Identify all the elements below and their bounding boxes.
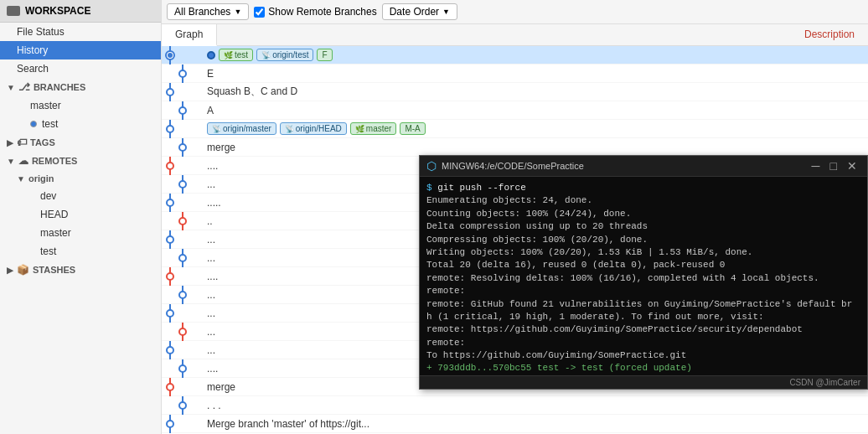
svg-point-4 <box>179 70 186 77</box>
svg-point-2 <box>168 53 173 58</box>
graph-svg <box>162 304 204 323</box>
terminal-line: Enumerating objects: 24, done. <box>426 194 860 207</box>
sidebar: WORKSPACE File Status History Search ▼ ⎇… <box>0 0 162 434</box>
sidebar-item-file-status[interactable]: File Status <box>0 23 161 41</box>
commit-message: .... <box>207 160 218 172</box>
commit-message: ..... <box>207 197 221 209</box>
svg-point-40 <box>179 402 186 409</box>
branch-tag: M-A <box>400 122 425 135</box>
commit-message: E <box>207 68 214 80</box>
graph-svg <box>162 230 204 249</box>
commit-info: E <box>204 68 868 80</box>
stashes-section[interactable]: ▶ 📦 STASHES <box>0 261 161 279</box>
sidebar-item-test[interactable]: test <box>0 115 161 133</box>
branches-arrow: ▼ <box>7 83 15 92</box>
tags-icon: 🏷 <box>17 137 27 148</box>
terminal-highlight: + 793dddb...570bc55 test -> test (forced… <box>426 363 692 373</box>
graph-svg <box>162 378 204 396</box>
sidebar-item-search[interactable]: Search <box>0 59 161 78</box>
graph-svg <box>162 267 204 286</box>
table-row[interactable]: Merge branch 'master' of https://git... <box>162 415 868 433</box>
terminal-maximize-button[interactable]: □ <box>827 159 840 173</box>
origin-section[interactable]: ▼ origin <box>0 170 161 187</box>
svg-point-20 <box>179 218 186 225</box>
table-row[interactable]: E <box>162 65 868 83</box>
terminal-line: remote: <box>426 285 860 297</box>
graph-svg <box>162 341 204 359</box>
sidebar-item-origin-dev[interactable]: dev <box>0 187 161 205</box>
commit-message: ... <box>207 289 215 301</box>
terminal-minimize-button[interactable]: ─ <box>809 159 824 173</box>
graph-svg <box>162 249 204 267</box>
show-remote-branches-checkbox[interactable] <box>254 7 265 18</box>
terminal-line: Compressing objects: 100% (20/20), done. <box>426 234 860 246</box>
commit-message: Squash B、C and D <box>207 85 297 99</box>
all-branches-arrow: ▼ <box>234 8 241 16</box>
graph-svg <box>162 157 204 175</box>
date-order-label: Date Order <box>390 6 439 18</box>
tab-bar: Graph Description <box>162 24 868 46</box>
svg-point-32 <box>179 328 186 335</box>
tab-graph[interactable]: Graph <box>162 24 217 46</box>
terminal-line: + 793dddb...570bc55 test -> test (forced… <box>426 362 860 375</box>
graph-area[interactable]: 🌿test📡origin/testF E Squash B、C and D A … <box>162 46 868 434</box>
svg-point-26 <box>167 273 173 280</box>
svg-point-14 <box>167 163 173 169</box>
stashes-icon: 📦 <box>17 264 29 276</box>
branch-tag: 🌿test <box>219 49 253 61</box>
table-row[interactable]: 🌿test📡origin/testF <box>162 46 868 65</box>
terminal-line: h (1 critical, 19 high, 1 moderate). To … <box>426 311 860 323</box>
graph-svg <box>162 396 204 415</box>
commit-message: .... <box>207 363 218 375</box>
sidebar-item-history[interactable]: History <box>0 41 161 59</box>
svg-point-24 <box>179 255 186 261</box>
svg-point-12 <box>179 144 186 151</box>
date-order-arrow: ▼ <box>442 8 450 16</box>
graph-svg <box>162 323 204 341</box>
svg-point-10 <box>167 126 173 132</box>
svg-point-28 <box>179 292 186 298</box>
show-remote-branches-label[interactable]: Show Remote Branches <box>254 6 376 18</box>
terminal-line: Counting objects: 100% (24/24), done. <box>426 208 860 220</box>
terminal-close-button[interactable]: ✕ <box>844 159 860 173</box>
terminal-command: git push --force <box>437 183 526 193</box>
terminal-line: To https://github.com/Guyiming/SomePract… <box>426 349 860 362</box>
terminal-git-icon: ⬡ <box>426 159 437 173</box>
terminal-line: Total 20 (delta 16), reused 0 (delta 0),… <box>426 259 860 271</box>
table-row[interactable]: merge <box>162 138 868 157</box>
terminal-title: ⬡ MINGW64:/e/CODE/SomePractice <box>426 159 802 173</box>
sidebar-item-origin-head[interactable]: HEAD <box>0 205 161 224</box>
date-order-button[interactable]: Date Order ▼ <box>382 3 457 20</box>
graph-svg <box>162 83 204 101</box>
commit-message: ... <box>207 178 215 190</box>
commit-message: merge <box>207 381 235 393</box>
tags-arrow: ▶ <box>7 138 13 147</box>
table-row[interactable]: Squash B、C and D <box>162 83 868 101</box>
terminal-footer: CSDN @JimCarter <box>420 375 867 389</box>
graph-svg <box>162 194 204 212</box>
svg-point-36 <box>179 365 186 372</box>
sidebar-item-master[interactable]: master <box>0 96 161 115</box>
table-row[interactable]: 📡origin/master📡origin/HEAD🌿masterM-A <box>162 120 868 138</box>
branches-section[interactable]: ▼ ⎇ BRANCHES <box>0 78 161 96</box>
commit-info: 📡origin/master📡origin/HEAD🌿masterM-A <box>204 122 868 135</box>
terminal-line: remote: <box>426 337 860 349</box>
terminal-line: remote: Resolving deltas: 100% (16/16), … <box>426 272 860 285</box>
table-row[interactable]: . . . <box>162 396 868 415</box>
tab-description[interactable]: Description <box>791 24 868 45</box>
sidebar-item-origin-master[interactable]: master <box>0 224 161 242</box>
graph-svg <box>162 65 204 83</box>
all-branches-button[interactable]: All Branches ▼ <box>167 3 249 20</box>
branch-tag: 📡origin/HEAD <box>280 122 347 135</box>
commit-message: Merge branch 'master' of https://git... <box>207 418 369 430</box>
sidebar-item-origin-test[interactable]: test <box>0 242 161 261</box>
remotes-section[interactable]: ▼ ☁ REMOTES <box>0 152 161 170</box>
commit-info: merge <box>204 142 868 153</box>
svg-point-22 <box>167 236 173 243</box>
terminal-line: $ git push --force <box>426 182 860 194</box>
tags-section[interactable]: ▶ 🏷 TAGS <box>0 133 161 152</box>
table-row[interactable]: A <box>162 101 868 120</box>
svg-point-34 <box>167 347 173 354</box>
commit-message: ... <box>207 326 215 338</box>
graph-svg <box>162 359 204 378</box>
